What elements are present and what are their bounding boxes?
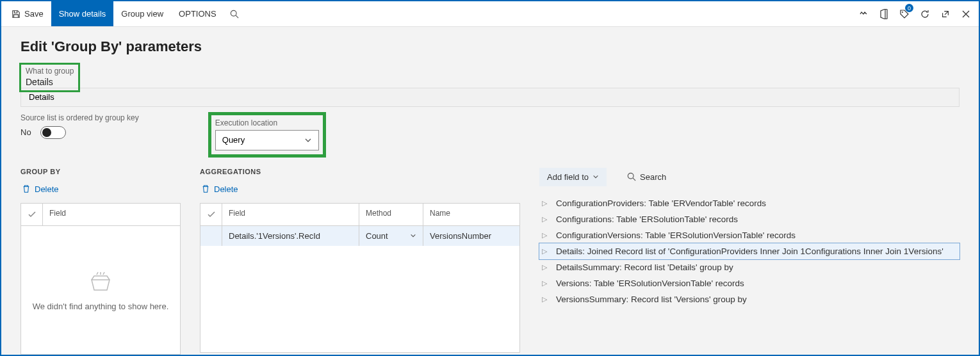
tree-item[interactable]: ▷ConfigurationProviders: Table 'ERVendor…	[539, 195, 960, 211]
execution-location-select[interactable]: Query	[215, 130, 319, 150]
search-icon	[230, 10, 239, 19]
group-by-empty-text: We didn't find anything to show here.	[33, 302, 169, 311]
agg-method-header[interactable]: Method	[359, 204, 423, 225]
aggregations-delete-button[interactable]: Delete	[200, 182, 240, 197]
table-row[interactable]: Details.'1Versions'.RecId Count Versions…	[200, 226, 519, 246]
svg-line-1	[236, 15, 238, 18]
what-to-group-label: What to group	[20, 64, 79, 76]
tree-item[interactable]: ▷Configurations: Table 'ERSolutionTable'…	[539, 211, 960, 227]
tree-toolbar: Add field to Search	[539, 168, 960, 186]
group-by-field-header[interactable]: Field	[43, 204, 180, 225]
expander-icon[interactable]: ▷	[542, 247, 548, 255]
save-icon	[12, 10, 20, 19]
show-details-label: Show details	[59, 9, 106, 19]
office-icon[interactable]	[874, 1, 894, 26]
ordered-toggle[interactable]	[40, 126, 66, 139]
row-checkbox[interactable]	[200, 226, 222, 246]
tree-item-label: Details: Joined Record list of 'Configur…	[556, 247, 943, 256]
aggregations-delete-label: Delete	[214, 184, 238, 194]
aggregations-select-all[interactable]	[200, 204, 222, 225]
tree-item-label: Configurations: Table 'ERSolutionTable' …	[556, 214, 738, 224]
options-label: OPTIONS	[179, 9, 216, 19]
popout-icon	[941, 10, 950, 19]
check-icon	[207, 210, 216, 219]
close-icon	[961, 10, 970, 19]
group-by-select-all[interactable]	[21, 204, 43, 225]
tree-item-label: ConfigurationVersions: Table 'ERSolution…	[556, 231, 796, 240]
add-field-to-button[interactable]: Add field to	[539, 168, 607, 186]
tree-item[interactable]: ▷Details: Joined Record list of 'Configu…	[539, 243, 960, 259]
tree-search-label: Search	[640, 172, 666, 182]
page-title: Edit 'Group By' parameters	[20, 38, 960, 55]
group-by-delete-label: Delete	[35, 184, 59, 194]
agg-name-header[interactable]: Name	[423, 204, 519, 225]
data-source-tree: ▷ConfigurationProviders: Table 'ERVendor…	[539, 195, 960, 307]
expander-icon[interactable]: ▷	[542, 279, 548, 287]
empty-box-icon	[88, 268, 113, 294]
chevron-down-icon	[304, 136, 312, 144]
aggregations-grid: Field Method Name Details.'1Versions'.Re…	[200, 203, 520, 353]
group-by-heading: GROUP BY	[20, 168, 181, 175]
tree-search-button[interactable]: Search	[619, 168, 674, 186]
svg-line-4	[633, 178, 635, 181]
refresh-button[interactable]	[915, 1, 935, 26]
search-icon	[627, 172, 636, 181]
what-to-group-block: What to group Details	[20, 64, 960, 107]
group-by-empty: We didn't find anything to show here.	[21, 226, 180, 354]
search-button[interactable]	[224, 1, 245, 26]
what-to-group-input[interactable]	[20, 88, 960, 107]
expander-icon[interactable]: ▷	[542, 295, 548, 303]
connector-icon[interactable]	[853, 1, 874, 26]
group-by-delete-button[interactable]: Delete	[20, 182, 60, 197]
notifications-button[interactable]: 0	[894, 1, 915, 26]
trash-icon	[201, 184, 210, 193]
tree-item[interactable]: ▷DetailsSummary: Record list 'Details' g…	[539, 259, 960, 275]
agg-name-cell[interactable]: VersionsNumber	[423, 226, 519, 246]
what-to-group-highlight: What to group Details	[20, 64, 79, 91]
group-view-button[interactable]: Group view	[113, 1, 171, 26]
aggregations-column: AGGREGATIONS Delete Field Method Name De…	[200, 168, 520, 353]
tree-item[interactable]: ▷Versions: Table 'ERSolutionVersionTable…	[539, 275, 960, 291]
tree-item[interactable]: ▷ConfigurationVersions: Table 'ERSolutio…	[539, 227, 960, 243]
aggregations-heading: AGGREGATIONS	[200, 168, 520, 175]
expander-icon[interactable]: ▷	[542, 231, 548, 239]
agg-method-value: Count	[366, 231, 388, 241]
group-by-column: GROUP BY Delete Field We didn't find any…	[20, 168, 181, 355]
what-to-group-visible-value: Details	[20, 77, 79, 91]
data-source-tree-panel: Add field to Search ▷ConfigurationProvid…	[539, 168, 960, 307]
ordered-label: Source list is ordered by group key	[20, 113, 139, 122]
tree-item-label: VersionsSummary: Record list 'Versions' …	[556, 295, 747, 304]
popout-button[interactable]	[935, 1, 956, 26]
ordered-block: Source list is ordered by group key No	[20, 113, 139, 139]
show-details-button[interactable]: Show details	[51, 1, 114, 26]
page-body: Edit 'Group By' parameters What to group…	[1, 27, 979, 356]
tree-item-label: Versions: Table 'ERSolutionVersionTable'…	[556, 279, 744, 288]
expander-icon[interactable]: ▷	[542, 199, 548, 207]
save-label: Save	[24, 9, 44, 19]
chevron-down-icon	[410, 232, 416, 239]
params-row: Source list is ordered by group key No E…	[20, 113, 960, 156]
svg-point-2	[902, 12, 903, 13]
refresh-icon	[920, 9, 930, 19]
aggregations-grid-body	[200, 246, 519, 352]
svg-point-3	[628, 173, 633, 179]
ordered-value: No	[20, 127, 31, 137]
group-by-grid: Field We didn't find anything to show he…	[20, 203, 181, 355]
save-button[interactable]: Save	[4, 1, 51, 26]
agg-field-cell[interactable]: Details.'1Versions'.RecId	[222, 226, 359, 246]
check-icon	[28, 210, 37, 219]
tree-item-label: ConfigurationProviders: Table 'ERVendorT…	[556, 198, 766, 208]
execution-location-value: Query	[222, 135, 245, 145]
execution-location-label: Execution location	[215, 118, 319, 127]
tree-item[interactable]: ▷VersionsSummary: Record list 'Versions'…	[539, 291, 960, 307]
add-field-to-label: Add field to	[547, 172, 589, 182]
agg-method-cell[interactable]: Count	[359, 226, 423, 246]
expander-icon[interactable]: ▷	[542, 215, 548, 223]
agg-field-header[interactable]: Field	[222, 204, 359, 225]
close-button[interactable]	[956, 1, 976, 26]
chevron-down-icon	[592, 174, 599, 180]
trash-icon	[22, 184, 31, 193]
options-button[interactable]: OPTIONS	[171, 1, 224, 26]
notification-badge: 0	[905, 4, 913, 12]
expander-icon[interactable]: ▷	[542, 263, 548, 271]
